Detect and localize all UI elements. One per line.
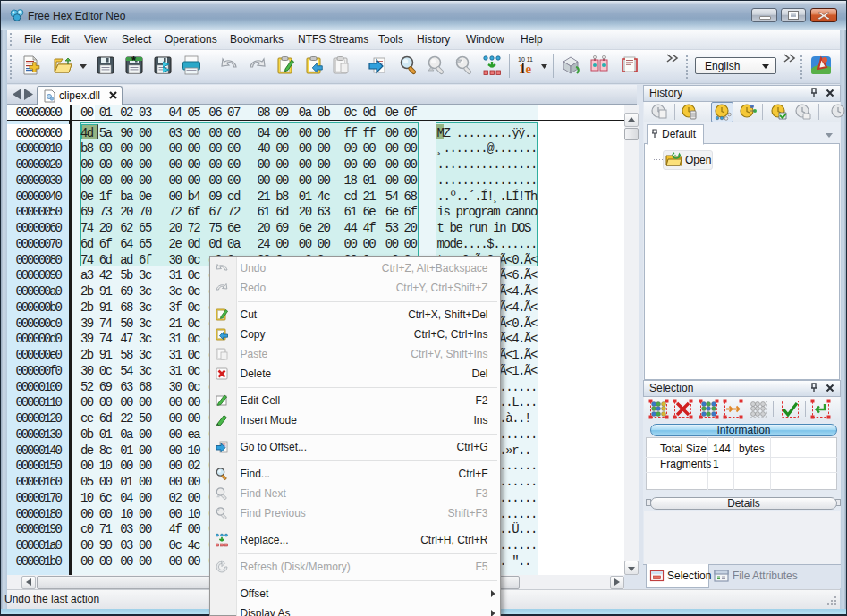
svg-text:1e: 1e <box>519 62 532 76</box>
